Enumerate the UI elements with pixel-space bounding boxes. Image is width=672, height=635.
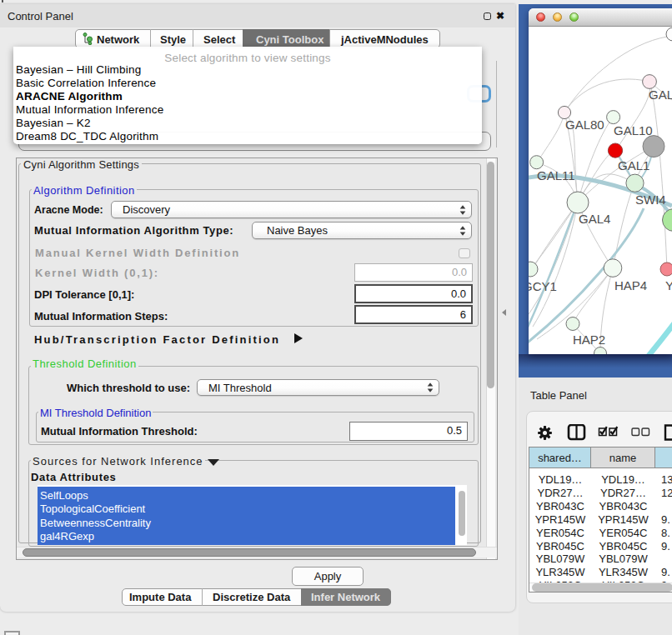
svg-text:GAL80: GAL80 — [565, 118, 604, 132]
svg-text:GAL: GAL — [649, 88, 672, 102]
svg-text:GAL11: GAL11 — [537, 168, 575, 182]
svg-text:HAP2: HAP2 — [573, 332, 605, 347]
svg-text:GAL4: GAL4 — [579, 212, 610, 226]
svg-text:HAP4: HAP4 — [614, 278, 647, 292]
svg-text:Y: Y — [665, 278, 672, 292]
svg-text:GCY1: GCY1 — [529, 279, 557, 293]
svg-text:GAL10: GAL10 — [614, 123, 653, 138]
svg-text:GAL1: GAL1 — [618, 158, 649, 172]
svg-text:SWI4: SWI4 — [635, 192, 666, 207]
